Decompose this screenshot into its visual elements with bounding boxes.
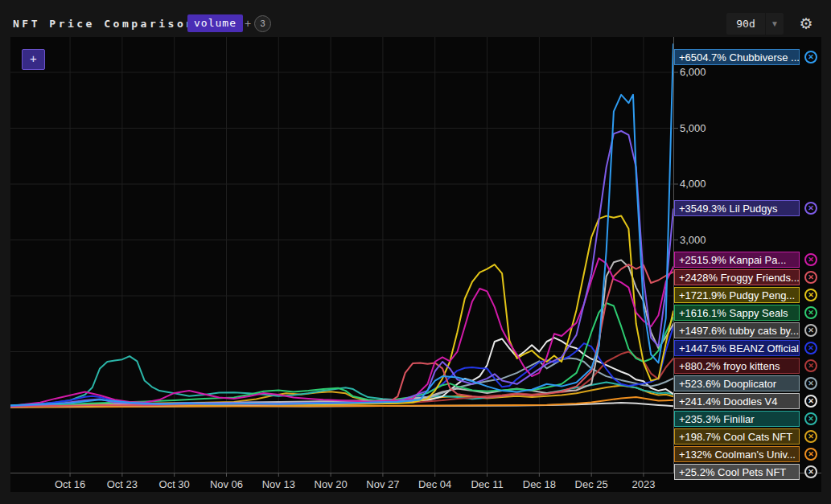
x-axis-tick-label: Oct 16 xyxy=(55,478,85,490)
range-value[interactable]: 90d xyxy=(726,13,765,35)
close-icon-kanpai-pandas[interactable] xyxy=(804,253,817,266)
close-icon-finiliar[interactable] xyxy=(804,412,817,425)
legend-label: +235.3% Finiliar xyxy=(675,412,755,425)
range-selector[interactable]: 90d ▼ xyxy=(726,13,784,35)
legend-item-froyo-kittens[interactable]: +880.2% froyo kittens xyxy=(674,358,800,374)
legend-item-beanz-official[interactable]: +1447.5% BEANZ Official xyxy=(674,340,800,356)
x-axis-tick-label: Dec 11 xyxy=(471,478,503,490)
close-icon-cool-cats-nft[interactable] xyxy=(804,430,817,443)
close-icon-cool-pets-nft[interactable] xyxy=(804,465,817,478)
x-axis-tick-label: Oct 23 xyxy=(107,478,138,490)
legend-item-cool-cats-nft[interactable]: +198.7% Cool Cats NFT xyxy=(674,428,800,445)
close-icon-beanz-official[interactable] xyxy=(804,342,817,354)
y-axis-tick-label: 3,000 xyxy=(680,234,706,246)
close-icon-tubby-cats[interactable] xyxy=(804,324,817,337)
legend-label: +1721.9% Pudgy Peng... xyxy=(675,288,795,301)
legend-item-kanpai-pandas[interactable]: +2515.9% Kanpai Pa... xyxy=(674,252,800,268)
x-axis-tick-label: Nov 27 xyxy=(366,478,399,490)
nft-price-comparison-app: NFT Price Comparison volume + 3 90d ▼ ⚙ … xyxy=(0,0,831,504)
close-icon-chubbiverse[interactable] xyxy=(804,51,817,64)
legend-item-cool-pets-nft[interactable]: +25.2% Cool Pets NFT xyxy=(674,464,800,480)
gear-icon[interactable]: ⚙ xyxy=(796,14,816,33)
plus-separator: + xyxy=(245,17,251,30)
legend-item-chubbiverse[interactable]: +6504.7% Chubbiverse ... xyxy=(674,49,800,65)
legend-label: +241.4% Doodles V4 xyxy=(675,394,778,408)
y-axis-tick-label: 5,000 xyxy=(680,122,706,134)
close-icon-pudgy-penguins[interactable] xyxy=(804,289,817,301)
add-collection-button[interactable]: + xyxy=(22,49,45,70)
legend-label: +198.7% Cool Cats NFT xyxy=(675,429,792,443)
legend-label: +6504.7% Chubbiverse ... xyxy=(675,50,800,64)
extra-metrics-count-badge[interactable]: 3 xyxy=(254,15,271,32)
close-icon-sappy-seals[interactable] xyxy=(804,306,817,319)
series-line-tubby-cats xyxy=(10,260,673,408)
legend-item-lil-pudgys[interactable]: +3549.3% Lil Pudgys xyxy=(674,200,800,216)
top-toolbar: NFT Price Comparison volume + 3 90d ▼ ⚙ xyxy=(0,0,831,37)
close-icon-doodles-v4[interactable] xyxy=(804,395,817,408)
x-axis-tick-label: Dec 25 xyxy=(575,478,608,490)
legend-item-froggy-friends[interactable]: +2428% Froggy Friends... xyxy=(674,269,800,285)
legend-label: +3549.3% Lil Pudgys xyxy=(675,201,778,215)
close-icon-lil-pudgys[interactable] xyxy=(804,202,817,215)
y-axis-tick-label: 6,000 xyxy=(680,66,706,78)
close-icon-froggy-friends[interactable] xyxy=(804,271,817,284)
x-axis-tick-label: Nov 06 xyxy=(210,478,243,490)
legend-label: +1616.1% Sappy Seals xyxy=(675,305,788,319)
series-line-froggy-friends xyxy=(10,264,673,407)
x-axis-tick-label: Oct 30 xyxy=(159,478,190,490)
legend-item-pudgy-penguins[interactable]: +1721.9% Pudgy Peng... xyxy=(674,287,800,303)
close-icon-coolman-s-universe[interactable] xyxy=(804,448,817,461)
close-icon-dooplicator[interactable] xyxy=(804,377,817,390)
series-line-lil-pudgys xyxy=(10,131,673,406)
metric-chip-volume[interactable]: volume xyxy=(187,14,243,32)
legend-item-finiliar[interactable]: +235.3% Finiliar xyxy=(674,411,800,427)
close-icon-froyo-kittens[interactable] xyxy=(804,359,817,372)
y-axis-tick-label: 4,000 xyxy=(680,178,706,190)
series-line-pudgy-penguins xyxy=(10,216,673,408)
x-axis-tick-label: Dec 18 xyxy=(523,478,556,490)
legend-item-coolman-s-universe[interactable]: +132% Coolman's Univ... xyxy=(674,446,800,462)
x-axis-tick-label: Dec 04 xyxy=(418,478,451,490)
x-axis-tick-label: Nov 20 xyxy=(315,478,348,490)
legend-item-tubby-cats[interactable]: +1497.6% tubby cats by... xyxy=(674,322,800,338)
series-line-doodles-v4 xyxy=(10,338,673,407)
legend-item-sappy-seals[interactable]: +1616.1% Sappy Seals xyxy=(674,305,800,321)
legend-item-doodles-v4[interactable]: +241.4% Doodles V4 xyxy=(674,393,800,409)
x-axis-tick-label: Nov 13 xyxy=(262,478,295,490)
legend-label: +1447.5% BEANZ Official xyxy=(675,341,799,354)
legend-item-dooplicator[interactable]: +523.6% Dooplicator xyxy=(674,375,800,391)
legend-label: +2515.9% Kanpai Pa... xyxy=(675,252,786,266)
legend-label: +2428% Froggy Friends... xyxy=(675,270,800,284)
series-line-chubbiverse xyxy=(10,44,673,405)
legend-label: +1497.6% tubby cats by... xyxy=(675,323,799,337)
page-title: NFT Price Comparison xyxy=(13,18,195,30)
chevron-down-icon[interactable]: ▼ xyxy=(765,13,784,35)
legend-label: +523.6% Dooplicator xyxy=(675,376,776,390)
x-axis-tick-label: 2023 xyxy=(631,478,655,490)
legend-label: +132% Coolman's Univ... xyxy=(675,447,796,461)
legend-label: +880.2% froyo kittens xyxy=(675,359,780,372)
legend-label: +25.2% Cool Pets NFT xyxy=(675,465,786,478)
